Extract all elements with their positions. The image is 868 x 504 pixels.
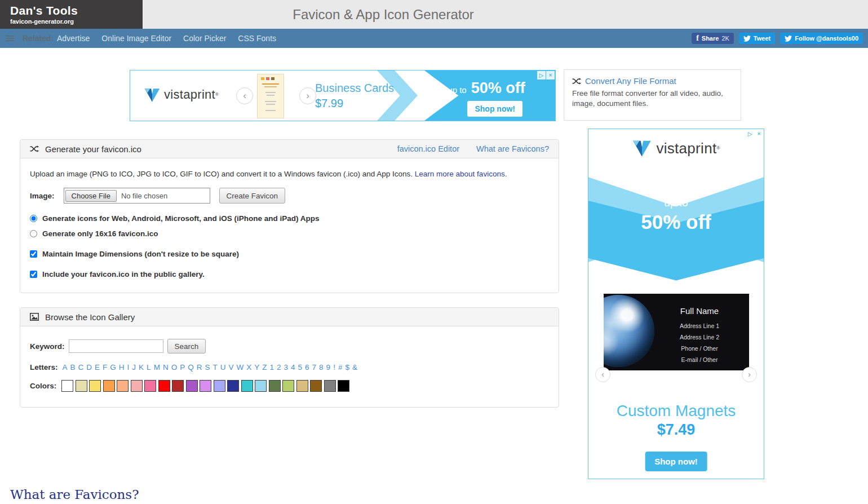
letter-link[interactable]: Z	[262, 363, 267, 372]
banner-ad[interactable]: vistaprint® ‹ › Business Cards $7.99 up …	[130, 70, 556, 121]
convert-file-box: Convert Any File Format Free file format…	[564, 69, 741, 121]
color-swatch[interactable]	[255, 380, 267, 392]
letter-link[interactable]: I	[127, 363, 130, 372]
letter-link[interactable]: 5	[298, 363, 303, 372]
file-input[interactable]: Choose File No file chosen	[64, 188, 210, 204]
color-swatch[interactable]	[186, 380, 198, 392]
letter-link[interactable]: #	[338, 363, 343, 372]
learn-more-link[interactable]: Learn more about favicons.	[415, 170, 507, 178]
radio-option[interactable]: Generate icons for Web, Android, Microso…	[30, 214, 549, 223]
color-swatch[interactable]	[103, 380, 115, 392]
keyword-input[interactable]	[69, 339, 163, 353]
letter-link[interactable]: E	[95, 363, 100, 372]
letter-link[interactable]: S	[205, 363, 210, 372]
letter-link[interactable]: 4	[291, 363, 295, 372]
letter-link[interactable]: M	[154, 363, 160, 372]
letter-link[interactable]: 2	[277, 363, 281, 372]
letter-link[interactable]: 9	[326, 363, 331, 372]
letter-link[interactable]: Y	[254, 363, 259, 372]
letter-link[interactable]: T	[212, 363, 217, 372]
what-are-favicons-link[interactable]: What are Favicons?	[476, 144, 549, 153]
letter-link[interactable]: Q	[188, 363, 194, 372]
nav-link-color-picker[interactable]: Color Picker	[183, 34, 226, 43]
letter-link[interactable]: D	[86, 363, 92, 372]
letter-link[interactable]: C	[78, 363, 84, 372]
sidebar-shop-now-button[interactable]: Shop now!	[645, 452, 707, 471]
letter-link[interactable]: G	[110, 363, 116, 372]
letter-link[interactable]: L	[147, 363, 151, 372]
radio-input[interactable]	[30, 215, 37, 222]
facebook-share-button[interactable]: f Share 2K	[692, 33, 734, 44]
color-swatch[interactable]	[269, 380, 281, 392]
sidebar-prev-button[interactable]: ‹	[595, 367, 610, 382]
letter-link[interactable]: &	[352, 363, 357, 372]
letter-link[interactable]: $	[345, 363, 349, 372]
follow-button[interactable]: Follow @danstools00	[780, 33, 863, 44]
radio-option[interactable]: Generate only 16x16 favicon.ico	[30, 229, 549, 238]
checkbox-option[interactable]: Maintain Image Dimensions (don't resize …	[30, 250, 549, 258]
checkbox-option[interactable]: Include your favicon.ico in the public g…	[30, 270, 549, 278]
color-swatch[interactable]	[172, 380, 184, 392]
color-swatch[interactable]	[200, 380, 211, 392]
color-swatch[interactable]	[158, 380, 170, 392]
letter-link[interactable]: F	[103, 363, 107, 372]
tweet-button[interactable]: Tweet	[739, 33, 775, 44]
color-swatch[interactable]	[144, 380, 156, 392]
color-swatch[interactable]	[282, 380, 294, 392]
letter-link[interactable]: B	[70, 363, 76, 372]
letter-link[interactable]: H	[119, 363, 125, 372]
letter-link[interactable]: U	[220, 363, 226, 372]
color-swatch[interactable]	[227, 380, 239, 392]
letter-link[interactable]: J	[132, 363, 136, 372]
letter-link[interactable]: 3	[284, 363, 289, 372]
adchoices-icon[interactable]: ▷	[746, 130, 754, 138]
letter-link[interactable]: N	[163, 363, 169, 372]
create-favicon-button[interactable]: Create Favicon	[219, 188, 286, 204]
ad-close-icon[interactable]: ×	[546, 71, 555, 79]
color-swatch[interactable]	[310, 380, 322, 392]
sidebar-next-button[interactable]: ›	[742, 367, 757, 382]
letter-link[interactable]: R	[197, 363, 202, 372]
color-swatch[interactable]	[214, 380, 225, 392]
letter-link[interactable]: X	[246, 363, 251, 372]
hamburger-icon[interactable]	[6, 34, 14, 42]
letter-link[interactable]: 1	[269, 363, 274, 372]
ad-close-icon[interactable]: ×	[755, 130, 763, 138]
color-swatch[interactable]	[296, 380, 308, 392]
sidebar-ad[interactable]: vistaprint® up to 50% off Full Name Addr…	[588, 129, 764, 479]
color-swatch[interactable]	[324, 380, 336, 392]
nav-link-css-fonts[interactable]: CSS Fonts	[238, 34, 276, 43]
letter-link[interactable]: 6	[305, 363, 309, 372]
color-swatch[interactable]	[61, 380, 73, 392]
radio-input[interactable]	[30, 230, 37, 237]
letter-link[interactable]: 7	[312, 363, 317, 372]
color-swatch[interactable]	[117, 380, 129, 392]
site-logo[interactable]: Dan's Tools favicon-generator.org	[0, 0, 143, 29]
letter-link[interactable]: A	[63, 363, 68, 372]
color-swatch[interactable]	[89, 380, 101, 392]
adchoices-icon[interactable]: ▷	[537, 71, 546, 79]
choose-file-button[interactable]: Choose File	[65, 190, 117, 202]
convert-link[interactable]: Convert Any File Format	[585, 76, 676, 86]
letter-link[interactable]: 8	[319, 363, 324, 372]
color-swatch[interactable]	[241, 380, 253, 392]
banner-shop-now-button[interactable]: Shop now!	[467, 101, 522, 117]
letter-link[interactable]: !	[333, 363, 335, 372]
favicon-editor-link[interactable]: favicon.ico Editor	[397, 144, 459, 153]
letter-link[interactable]: O	[171, 363, 178, 372]
nav-link-advertise[interactable]: Advertise	[57, 34, 90, 43]
banner-next-button[interactable]: ›	[299, 87, 316, 104]
color-swatch[interactable]	[338, 380, 349, 392]
card-info-line: E-mail / Other	[657, 356, 742, 363]
letter-link[interactable]: P	[180, 363, 185, 372]
nav-link-online-image-editor[interactable]: Online Image Editor	[101, 34, 171, 43]
color-swatch[interactable]	[131, 380, 143, 392]
checkbox-input[interactable]	[30, 250, 37, 258]
checkbox-input[interactable]	[30, 271, 37, 278]
banner-prev-button[interactable]: ‹	[236, 87, 253, 104]
letter-link[interactable]: W	[236, 363, 243, 372]
letter-link[interactable]: V	[228, 363, 233, 372]
search-button[interactable]: Search	[167, 339, 206, 353]
color-swatch[interactable]	[76, 380, 87, 392]
letter-link[interactable]: K	[139, 363, 144, 372]
